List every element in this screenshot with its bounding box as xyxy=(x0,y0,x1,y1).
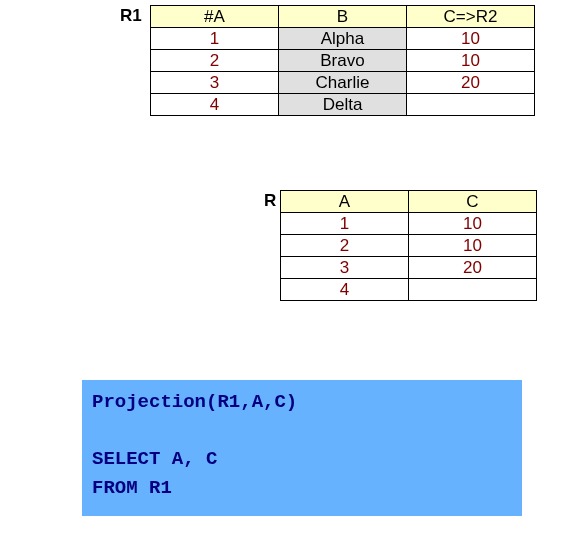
cell-c xyxy=(409,279,537,301)
table-row: 2 10 xyxy=(281,235,537,257)
cell-b: Bravo xyxy=(279,50,407,72)
sql-code-box: Projection(R1,A,C) SELECT A, C FROM R1 xyxy=(82,380,522,516)
cell-c: 10 xyxy=(407,50,535,72)
cell-c: 20 xyxy=(409,257,537,279)
cell-a: 1 xyxy=(151,28,279,50)
cell-b: Delta xyxy=(279,94,407,116)
table-r1: #A B C=>R2 1 Alpha 10 2 Bravo 10 3 Charl… xyxy=(150,5,535,116)
table-r1-label: R1 xyxy=(120,6,142,26)
cell-b: Alpha xyxy=(279,28,407,50)
cell-a: 1 xyxy=(281,213,409,235)
table-row: 1 Alpha 10 xyxy=(151,28,535,50)
cell-c xyxy=(407,94,535,116)
cell-c: 10 xyxy=(407,28,535,50)
col-header-b: B xyxy=(279,6,407,28)
col-header-a: A xyxy=(281,191,409,213)
cell-b: Charlie xyxy=(279,72,407,94)
table-header-row: #A B C=>R2 xyxy=(151,6,535,28)
cell-a: 3 xyxy=(281,257,409,279)
table-row: 4 Delta xyxy=(151,94,535,116)
table-r: A C 1 10 2 10 3 20 4 xyxy=(280,190,537,301)
cell-a: 4 xyxy=(151,94,279,116)
code-line: FROM R1 xyxy=(92,477,172,499)
cell-a: 3 xyxy=(151,72,279,94)
col-header-a: #A xyxy=(151,6,279,28)
cell-a: 2 xyxy=(151,50,279,72)
cell-c: 20 xyxy=(407,72,535,94)
cell-a: 4 xyxy=(281,279,409,301)
col-header-c: C=>R2 xyxy=(407,6,535,28)
table-r-label: R xyxy=(264,191,276,211)
table-row: 3 Charlie 20 xyxy=(151,72,535,94)
cell-c: 10 xyxy=(409,213,537,235)
table-row: 3 20 xyxy=(281,257,537,279)
cell-a: 2 xyxy=(281,235,409,257)
code-line: SELECT A, C xyxy=(92,448,217,470)
col-header-c: C xyxy=(409,191,537,213)
table-row: 4 xyxy=(281,279,537,301)
table-row: 1 10 xyxy=(281,213,537,235)
table-header-row: A C xyxy=(281,191,537,213)
table-row: 2 Bravo 10 xyxy=(151,50,535,72)
cell-c: 10 xyxy=(409,235,537,257)
code-line: Projection(R1,A,C) xyxy=(92,391,297,413)
